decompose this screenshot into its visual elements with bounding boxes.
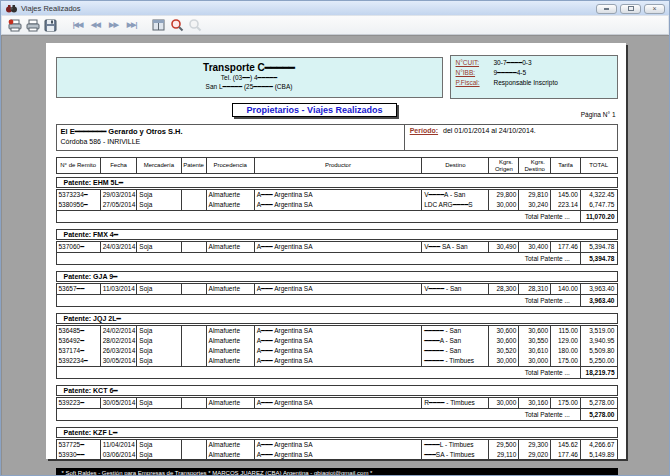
column-header: Tarifa	[551, 158, 581, 173]
zoom-in-icon	[170, 18, 184, 32]
cell: 28/02/2014	[101, 336, 138, 346]
cell: 536492━	[57, 336, 101, 346]
prev-page-button[interactable]: ◀◀	[87, 17, 104, 34]
total-patente-value: 3,963.40	[581, 295, 617, 306]
table-row: 5392234━30/05/2014SojaAlmafuerteA━━━ Arg…	[57, 356, 617, 366]
zoom-in-button[interactable]	[168, 17, 185, 34]
cell: Soja	[137, 440, 181, 450]
column-header: Destino	[422, 158, 489, 173]
cuit-value: 30-7━━━━0-3	[494, 59, 532, 67]
patente-group-header: Patente: EHM 5L━	[56, 177, 618, 188]
cell: 53657━━	[57, 284, 101, 294]
print-setup-button[interactable]	[6, 17, 23, 34]
total-patente-value: 5,278.00	[581, 409, 617, 420]
cell: A━━━ Argentina SA	[255, 398, 422, 408]
cell: 537725━	[57, 440, 101, 450]
cell: 180.00	[551, 346, 581, 356]
fiscal-box: N°CUIT: 30-7━━━━0-3 N°IBB: 9━━━━━4-5 P.F…	[450, 55, 618, 99]
maximize-button[interactable]	[620, 4, 641, 14]
cell: 3,519.00	[581, 326, 617, 336]
company-tel: Tel. (03━━) 4━━━━━	[57, 74, 442, 82]
column-header: Kgrs. Origen	[489, 158, 519, 173]
last-page-button[interactable]: ▶▶|	[123, 17, 140, 34]
printer-icon	[26, 19, 40, 32]
page-view-icon	[152, 19, 165, 31]
group-rows: 5373234━29/03/2014SojaAlmafuerteA━━━ Arg…	[56, 189, 618, 211]
cell: Almafuerte	[207, 336, 255, 346]
cell: 175.00	[551, 356, 581, 366]
cell: ━━━━━ - Timbues	[422, 356, 489, 366]
cell: 30/05/2014	[101, 398, 138, 408]
total-patente-value: 5,394.78	[581, 253, 617, 264]
cell: 30,600	[489, 326, 519, 336]
title-bar[interactable]: Viajes Realizados ×	[1, 1, 669, 15]
cell: 29,020	[519, 450, 551, 460]
cell: 29/03/2014	[101, 190, 138, 200]
cell: 223.14	[551, 200, 581, 210]
cell: V━━━━ - San	[422, 284, 489, 294]
cell: 30,000	[519, 356, 551, 366]
cell: 4,322.45	[581, 190, 617, 200]
cell: A━━━ Argentina SA	[255, 336, 422, 346]
close-button[interactable]: ×	[644, 4, 665, 14]
cell: Almafuerte	[207, 242, 255, 252]
table-groups: Patente: EHM 5L━5373234━29/03/2014SojaAl…	[56, 177, 618, 467]
cell: 29,800	[489, 190, 519, 200]
cell: V━━━ SA - San	[422, 242, 489, 252]
total-patente-label: Total Patente ...	[57, 295, 581, 306]
cell: Soja	[137, 242, 181, 252]
cell: 4,266.67	[581, 440, 617, 450]
cell: 30,000	[489, 356, 519, 366]
cell: 537060━	[57, 242, 101, 252]
cell: 29,300	[519, 440, 551, 450]
first-page-button[interactable]: |◀◀	[69, 17, 86, 34]
cell: A━━━ Argentina SA	[255, 326, 422, 336]
total-patente-label: Total Patente ...	[57, 211, 581, 222]
cell	[182, 450, 207, 460]
cell: ━━━━A - San	[422, 336, 489, 346]
cell: Soja	[137, 356, 181, 366]
last-page-icon: ▶▶|	[127, 21, 137, 29]
next-page-button[interactable]: ▶▶	[105, 17, 122, 34]
owner-box: El E━━━━━━━ Gerardo y Otros S.H. Córdoba…	[56, 124, 618, 151]
cell	[182, 200, 207, 210]
cell	[182, 326, 207, 336]
owner-name: El E━━━━━━━ Gerardo y Otros S.H.	[61, 127, 400, 136]
zoom-out-icon	[188, 18, 202, 32]
column-header: TOTAL	[581, 158, 617, 173]
page-view-button[interactable]	[150, 17, 167, 34]
prev-page-icon: ◀◀	[91, 21, 100, 29]
cell	[182, 190, 207, 200]
period-value: del 01/01/2014 al 24/10/2014.	[443, 127, 536, 134]
cell: 177.46	[551, 450, 581, 460]
minimize-icon	[604, 8, 609, 10]
cell: 28,300	[489, 284, 519, 294]
cell	[182, 356, 207, 366]
patente-group-header: Patente: JQJ 2L━	[56, 313, 618, 324]
cell: ━━━━━ - San	[422, 326, 489, 336]
next-page-icon: ▶▶	[109, 21, 118, 29]
cell: Almafuerte	[207, 356, 255, 366]
print-button[interactable]	[24, 17, 41, 34]
cell: 30,600	[489, 336, 519, 346]
cell: 30,400	[519, 242, 551, 252]
cell: 5,394.78	[581, 242, 617, 252]
cell: Almafuerte	[207, 190, 255, 200]
save-button[interactable]	[42, 17, 59, 34]
cell: A━━━ Argentina SA	[255, 242, 422, 252]
cell: 177.46	[551, 242, 581, 252]
preview-area: Transporte C━━━━━ Tel. (03━━) 4━━━━━ San…	[1, 35, 669, 475]
cuit-label: N°CUIT:	[456, 59, 494, 67]
cell: 536485━	[57, 326, 101, 336]
page-number: Página N° 1	[581, 111, 616, 118]
zoom-out-button[interactable]	[186, 17, 203, 34]
pfiscal-label: P.Fiscal:	[456, 79, 494, 86]
minimize-button[interactable]	[596, 4, 617, 14]
print-setup-icon	[8, 19, 22, 32]
group-gap	[56, 461, 618, 467]
cell: Soja	[137, 346, 181, 356]
cell	[182, 440, 207, 450]
column-header: Patente	[182, 158, 207, 173]
total-patente-label: Total Patente ...	[57, 367, 581, 378]
cell: Almafuerte	[207, 326, 255, 336]
